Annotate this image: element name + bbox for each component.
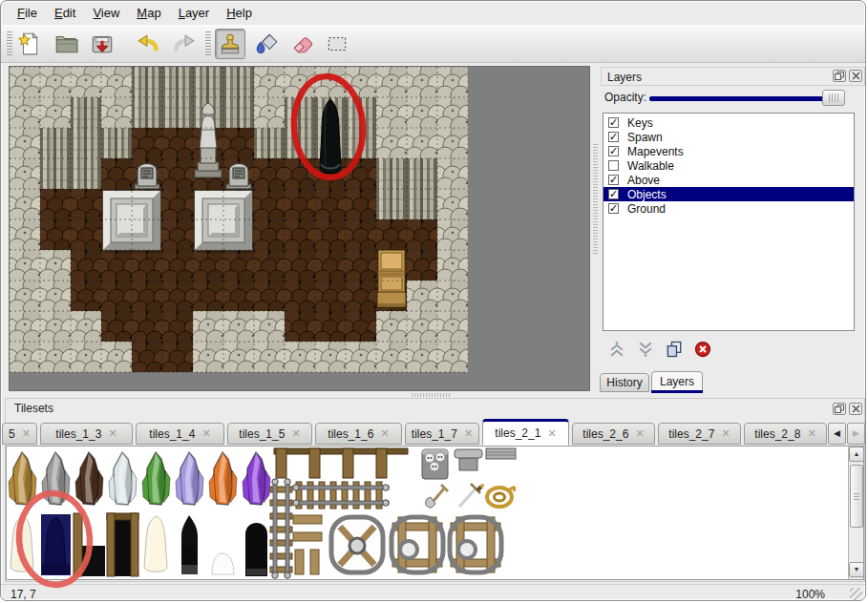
layer-visibility-checkbox[interactable]: ✓ bbox=[608, 189, 619, 199]
horizontal-splitter-handle[interactable] bbox=[412, 393, 452, 397]
select-tool-button[interactable] bbox=[322, 29, 352, 59]
tile-navy-tile-selected[interactable] bbox=[41, 514, 71, 575]
opacity-slider-thumb[interactable] bbox=[822, 90, 845, 106]
tile-pale-lump[interactable] bbox=[11, 516, 33, 572]
fill-tool-button[interactable] bbox=[251, 29, 282, 59]
layer-visibility-checkbox[interactable]: ✓ bbox=[608, 117, 619, 128]
tab-close-icon[interactable]: ✕ bbox=[22, 428, 31, 439]
tileset-canvas[interactable] bbox=[7, 447, 847, 579]
layer-visibility-checkbox[interactable]: ✓ bbox=[608, 132, 619, 142]
layers-close-button[interactable] bbox=[849, 70, 862, 82]
lower-layer-button[interactable] bbox=[633, 339, 658, 362]
menu-map[interactable]: Map bbox=[128, 3, 169, 23]
tileset-scrollbar[interactable]: ▲ ▼ bbox=[848, 447, 864, 579]
tile-rail-ties[interactable] bbox=[293, 515, 322, 574]
tab-scroll-left-button[interactable]: ◀ bbox=[828, 423, 846, 445]
tile-green-ore[interactable] bbox=[142, 452, 170, 505]
resize-grip[interactable] bbox=[850, 588, 862, 600]
map-viewport[interactable] bbox=[9, 66, 590, 391]
tile-dark-doorway[interactable] bbox=[107, 513, 138, 576]
tile-black-hood[interactable] bbox=[181, 515, 198, 574]
opacity-slider-track[interactable] bbox=[649, 96, 829, 101]
map-object-cabinet[interactable] bbox=[377, 250, 406, 307]
opacity-slider[interactable] bbox=[649, 90, 850, 107]
redo-button[interactable] bbox=[169, 29, 200, 59]
layer-row-keys[interactable]: ✓Keys bbox=[603, 115, 854, 130]
scroll-up-button[interactable]: ▲ bbox=[849, 447, 864, 462]
menu-layer[interactable]: Layer bbox=[170, 3, 219, 23]
tab-close-icon[interactable]: ✕ bbox=[464, 428, 473, 439]
tab-close-icon[interactable]: ✕ bbox=[635, 428, 644, 439]
tile-shovel[interactable] bbox=[426, 485, 448, 508]
layer-visibility-checkbox[interactable]: ✓ bbox=[608, 146, 619, 156]
tile-rope-coil[interactable] bbox=[487, 488, 515, 507]
tilesets-float-button[interactable] bbox=[833, 403, 846, 415]
map-object-tombstone[interactable] bbox=[226, 164, 251, 192]
tileset-tab-tiles_1_7[interactable]: tiles_1_7✕ bbox=[405, 423, 479, 445]
vertical-splitter-handle[interactable] bbox=[593, 144, 598, 254]
tile-gold-ore[interactable] bbox=[9, 452, 36, 505]
layer-row-mapevents[interactable]: ✓Mapevents bbox=[603, 144, 854, 158]
tileset-tab-tiles_2_1[interactable]: tiles_2_1✕ bbox=[482, 419, 569, 446]
tileset-tab-tiles_1_3[interactable]: tiles_1_3✕ bbox=[40, 423, 133, 445]
tileset-tab-tiles_1_6[interactable]: tiles_1_6✕ bbox=[315, 423, 402, 445]
tile-dark-ore[interactable] bbox=[75, 452, 103, 505]
scrollbar-thumb[interactable] bbox=[850, 465, 863, 528]
tile-lavender-crystal[interactable] bbox=[176, 452, 203, 505]
tileset-tab-tiles_2_6[interactable]: tiles_2_6✕ bbox=[572, 423, 655, 445]
tile-column-capital[interactable] bbox=[455, 449, 482, 470]
tile-stone-beam[interactable] bbox=[486, 448, 516, 459]
tile-snow-mound[interactable] bbox=[212, 553, 234, 574]
tileset-tab-5[interactable]: 5✕ bbox=[2, 423, 37, 445]
layer-row-ground[interactable]: ✓Ground bbox=[603, 201, 854, 216]
menu-help[interactable]: Help bbox=[218, 3, 261, 23]
tile-rail-vertical[interactable] bbox=[270, 479, 292, 578]
tab-close-icon[interactable]: ✕ bbox=[807, 428, 815, 439]
tile-rail-turntable-2[interactable] bbox=[450, 517, 501, 572]
tileset-tab-tiles_1_4[interactable]: tiles_1_4✕ bbox=[136, 423, 224, 445]
undo-button[interactable] bbox=[133, 29, 163, 59]
tile-skull-pillar[interactable] bbox=[422, 449, 448, 479]
layer-row-objects[interactable]: ✓Objects bbox=[603, 187, 854, 201]
layers-float-button[interactable] bbox=[833, 70, 846, 82]
tile-cart-wheel-cross[interactable] bbox=[331, 517, 383, 572]
tileset-tab-tiles_1_5[interactable]: tiles_1_5✕ bbox=[227, 423, 312, 445]
tab-close-icon[interactable]: ✕ bbox=[108, 428, 116, 439]
tab-close-icon[interactable]: ✕ bbox=[380, 428, 389, 439]
map-canvas[interactable] bbox=[10, 67, 468, 373]
tile-door-frame-tops[interactable] bbox=[274, 448, 408, 478]
layer-row-walkable[interactable]: Walkable bbox=[603, 158, 854, 173]
tile-orange-ore[interactable] bbox=[209, 452, 237, 505]
tab-close-icon[interactable]: ✕ bbox=[721, 428, 730, 439]
toolbar-drag-handle[interactable] bbox=[7, 31, 12, 56]
menu-view[interactable]: View bbox=[84, 3, 128, 23]
scroll-down-button[interactable]: ▼ bbox=[849, 562, 864, 577]
tile-rail-turntable-1[interactable] bbox=[392, 517, 443, 572]
open-button[interactable] bbox=[51, 29, 81, 59]
dock-tab-history[interactable]: History bbox=[600, 373, 649, 392]
raise-layer-button[interactable] bbox=[604, 339, 629, 362]
tab-close-icon[interactable]: ✕ bbox=[201, 428, 210, 439]
tile-cream-lump[interactable] bbox=[144, 516, 167, 572]
tile-sword[interactable] bbox=[459, 484, 484, 507]
menu-file[interactable]: File bbox=[9, 3, 46, 23]
tileset-tab-tiles_2_7[interactable]: tiles_2_7✕ bbox=[658, 423, 741, 445]
dock-tab-layers[interactable]: Layers bbox=[651, 371, 703, 392]
tile-rail-horizontal[interactable] bbox=[293, 482, 389, 509]
duplicate-layer-button[interactable] bbox=[662, 339, 687, 362]
tile-silver-ore[interactable] bbox=[42, 452, 70, 505]
menu-edit[interactable]: Edit bbox=[46, 3, 84, 23]
eraser-tool-button[interactable] bbox=[287, 29, 318, 59]
tile-purple-crystal[interactable] bbox=[243, 452, 270, 505]
delete-layer-button[interactable] bbox=[690, 339, 715, 362]
tilesets-close-button[interactable] bbox=[849, 403, 862, 415]
toolbar-drag-handle[interactable] bbox=[205, 31, 211, 56]
tile-black-arch[interactable] bbox=[245, 523, 267, 576]
new-file-button[interactable] bbox=[14, 29, 45, 59]
tab-close-icon[interactable]: ✕ bbox=[291, 428, 300, 439]
layer-row-above[interactable]: ✓Above bbox=[603, 173, 854, 187]
tileset-tab-tiles_2_8[interactable]: tiles_2_8✕ bbox=[744, 423, 827, 445]
layer-visibility-checkbox[interactable] bbox=[608, 160, 619, 171]
map-object-tombstone[interactable] bbox=[135, 164, 159, 192]
stamp-tool-button[interactable] bbox=[215, 29, 245, 59]
